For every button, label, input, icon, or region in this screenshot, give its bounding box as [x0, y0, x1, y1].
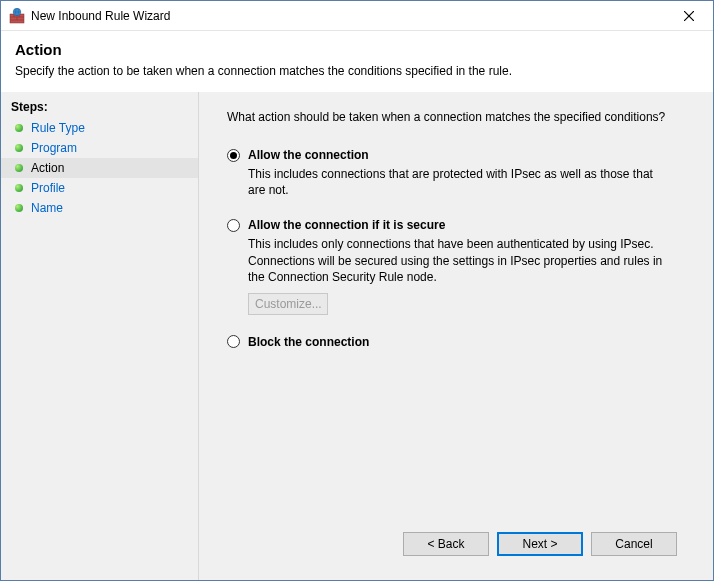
footer: < Back Next > Cancel	[227, 520, 691, 568]
cancel-button[interactable]: Cancel	[591, 532, 677, 556]
bullet-icon	[15, 164, 23, 172]
option-label: Block the connection	[248, 335, 369, 349]
next-button[interactable]: Next >	[497, 532, 583, 556]
step-label: Rule Type	[31, 121, 85, 135]
step-program[interactable]: Program	[1, 138, 198, 158]
titlebar: New Inbound Rule Wizard	[1, 1, 713, 31]
radio-allow[interactable]	[227, 149, 240, 162]
firewall-icon	[9, 8, 25, 24]
back-button[interactable]: < Back	[403, 532, 489, 556]
option-description: This includes connections that are prote…	[248, 166, 668, 198]
steps-heading: Steps:	[1, 98, 198, 118]
action-prompt: What action should be taken when a conne…	[227, 110, 691, 124]
radio-allow-secure[interactable]	[227, 219, 240, 232]
window-title: New Inbound Rule Wizard	[31, 9, 667, 23]
steps-sidebar: Steps: Rule Type Program Action Profile …	[1, 92, 199, 580]
option-allow: Allow the connection This includes conne…	[227, 148, 691, 198]
option-block: Block the connection	[227, 335, 691, 349]
page-subtitle: Specify the action to be taken when a co…	[15, 64, 699, 78]
bullet-icon	[15, 184, 23, 192]
option-allow-secure: Allow the connection if it is secure Thi…	[227, 218, 691, 315]
step-action[interactable]: Action	[1, 158, 198, 178]
close-icon	[684, 11, 694, 21]
option-label: Allow the connection	[248, 148, 369, 162]
bullet-icon	[15, 124, 23, 132]
option-label: Allow the connection if it is secure	[248, 218, 445, 232]
header: Action Specify the action to be taken wh…	[1, 31, 713, 92]
options-group: Allow the connection This includes conne…	[227, 148, 691, 520]
body: Steps: Rule Type Program Action Profile …	[1, 92, 713, 580]
option-description: This includes only connections that have…	[248, 236, 668, 285]
step-profile[interactable]: Profile	[1, 178, 198, 198]
page-title: Action	[15, 41, 699, 58]
step-label: Name	[31, 201, 63, 215]
step-label: Program	[31, 141, 77, 155]
step-rule-type[interactable]: Rule Type	[1, 118, 198, 138]
step-name[interactable]: Name	[1, 198, 198, 218]
step-label: Action	[31, 161, 64, 175]
bullet-icon	[15, 204, 23, 212]
bullet-icon	[15, 144, 23, 152]
step-label: Profile	[31, 181, 65, 195]
radio-block[interactable]	[227, 335, 240, 348]
close-button[interactable]	[667, 1, 711, 30]
customize-button: Customize...	[248, 293, 328, 315]
main-panel: What action should be taken when a conne…	[199, 92, 713, 580]
wizard-window: New Inbound Rule Wizard Action Specify t…	[0, 0, 714, 581]
